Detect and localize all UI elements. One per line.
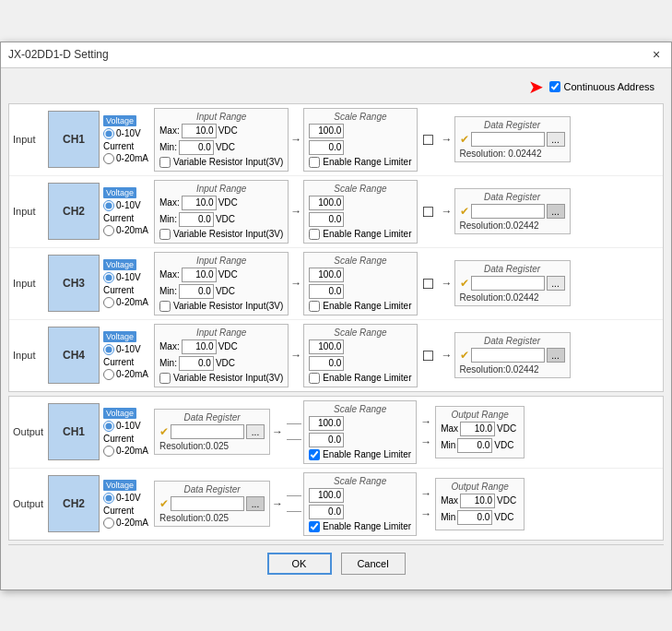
max-input-3[interactable]	[182, 268, 217, 282]
enable-range-cb-3[interactable]	[309, 301, 320, 312]
scale-min-input-2[interactable]	[309, 212, 344, 227]
out-max-row-2: Max VDC	[441, 494, 519, 508]
bottom-bar: OK Cancel	[8, 544, 664, 582]
var-resistor-cb-4[interactable]	[159, 373, 171, 384]
var-resistor-cb-1[interactable]	[159, 157, 171, 168]
var-resistor-cb-2[interactable]	[159, 229, 171, 240]
ok-button[interactable]: OK	[267, 553, 332, 575]
cancel-button[interactable]: Cancel	[341, 553, 406, 575]
close-button[interactable]: ×	[649, 47, 664, 62]
out-current-radio-2[interactable]	[103, 518, 114, 529]
box-sym-2: □	[418, 202, 440, 221]
mode-group-1: Voltage 0-10V Current 0-20mA	[103, 115, 148, 164]
out-data-reg-1: Data Register ✔ ... Resolution:0.025	[154, 409, 270, 455]
continuous-address-checkbox[interactable]	[549, 81, 560, 92]
resolution-row-1: Resolution: 0.02442	[460, 149, 565, 159]
out-output-range-2: Output Range Max VDC Min VDC	[435, 478, 525, 530]
data-reg-input-3[interactable]	[471, 276, 545, 291]
out-enable-range-cb-2[interactable]	[309, 521, 320, 532]
scale-max-input-1[interactable]	[309, 124, 344, 138]
out-min-row-1: Min VDC	[441, 438, 519, 453]
enable-range-row-1: Enable Range Limiter	[309, 157, 411, 168]
out-arrows-1: →	[270, 416, 303, 447]
dots-btn-3[interactable]: ...	[547, 276, 565, 291]
out-dots-btn-2[interactable]: ...	[246, 496, 265, 511]
min-row-1: Min: VDC	[159, 140, 283, 155]
input-ch2-row: Input CH2 Voltage 0-10V Current 0-20mA I…	[9, 176, 663, 248]
current-radio-4[interactable]	[103, 369, 114, 380]
voltage-row-1: Voltage	[103, 115, 148, 126]
out-max-input-1[interactable]	[460, 422, 495, 436]
voltage-radio-3[interactable]	[103, 272, 114, 283]
check-icon-3: ✔	[460, 277, 469, 290]
data-reg-input-1[interactable]	[471, 132, 545, 147]
check-icon-1: ✔	[460, 133, 469, 146]
input-label-1: Input	[13, 134, 48, 145]
out-min-input-1[interactable]	[457, 438, 492, 453]
ch4-box: CH4	[48, 327, 100, 384]
scale-max-input-2[interactable]	[309, 196, 344, 210]
output-label-2: Output	[13, 498, 48, 509]
box-sym-3: □	[418, 274, 440, 293]
input-label-2: Input	[13, 206, 48, 217]
out-enable-range-cb-1[interactable]	[309, 449, 320, 460]
output-ch2-row: Output CH2 Voltage 0-10V Current 0-20mA …	[9, 469, 663, 540]
var-resistor-cb-3[interactable]	[159, 301, 171, 312]
voltage-radio-1[interactable]	[103, 128, 114, 139]
scale-min-input-1[interactable]	[309, 140, 344, 155]
dots-btn-2[interactable]: ...	[547, 204, 565, 219]
out-arrows-2: →	[270, 488, 303, 519]
scale-min-input-3[interactable]	[309, 284, 344, 299]
out-mid-arrows-2: → →	[419, 487, 433, 520]
out-voltage-radio-2[interactable]	[103, 493, 114, 504]
data-reg-input-2[interactable]	[471, 204, 545, 219]
output-section: Output CH1 Voltage 0-10V Current 0-20mA …	[8, 396, 664, 541]
ch2-box: CH2	[48, 183, 100, 240]
out-min-input-2[interactable]	[457, 510, 492, 525]
scale-max-input-3[interactable]	[309, 268, 344, 282]
min-input-2[interactable]	[179, 212, 214, 227]
out-voltage-radio-1[interactable]	[103, 421, 114, 432]
data-reg-input-4[interactable]	[471, 348, 545, 363]
continuous-address-label[interactable]: Continuous Address	[549, 81, 654, 92]
current-radio-3[interactable]	[103, 297, 114, 308]
current-radio-2[interactable]	[103, 225, 114, 236]
out-scale-min-input-1[interactable]	[309, 433, 344, 447]
data-register-3: Data Register ✔ ... Resolution:0.02442	[454, 260, 571, 306]
out-scale-min-input-2[interactable]	[309, 505, 344, 519]
current-row-1: Current	[103, 141, 148, 151]
out-scale-max-input-2[interactable]	[309, 488, 344, 503]
scale-min-input-4[interactable]	[309, 356, 344, 371]
dots-btn-4[interactable]: ...	[547, 348, 565, 363]
dots-btn-1[interactable]: ...	[547, 132, 565, 147]
voltage-radio-4[interactable]	[103, 344, 114, 355]
out-mid-arrows-1: → →	[419, 415, 433, 448]
min-input-3[interactable]	[179, 284, 214, 299]
top-bar: ➤ Continuous Address	[8, 76, 664, 98]
input-ch4-row: Input CH4 Voltage 0-10V Current 0-20mA I…	[9, 320, 663, 391]
input-range-4: Input Range Max:VDC Min:VDC Variable Res…	[154, 324, 289, 387]
max-input-1[interactable]	[182, 124, 217, 138]
mode-group-3: Voltage 0-10V Current 0-20mA	[103, 259, 148, 308]
max-input-2[interactable]	[182, 196, 217, 210]
input-ch1-row: Input CH1 Voltage 0-10V Current	[9, 104, 663, 176]
radio-voltage-row-1: 0-10V	[103, 128, 148, 139]
out-output-range-1: Output Range Max VDC Min VDC	[435, 406, 525, 458]
out-current-radio-1[interactable]	[103, 446, 114, 457]
out-data-reg-input-2[interactable]	[171, 496, 244, 511]
out-data-reg-input-1[interactable]	[171, 424, 244, 439]
out-scale-max-input-1[interactable]	[309, 416, 344, 431]
out-min-row-2: Min VDC	[441, 510, 519, 525]
scale-max-input-4[interactable]	[309, 339, 344, 354]
min-input-1[interactable]	[179, 140, 214, 155]
enable-range-cb-1[interactable]	[309, 157, 320, 168]
out-dots-btn-1[interactable]: ...	[246, 424, 265, 439]
enable-range-cb-4[interactable]	[309, 373, 320, 384]
enable-range-cb-2[interactable]	[309, 229, 320, 240]
min-input-4[interactable]	[179, 356, 214, 371]
current-radio-1[interactable]	[103, 153, 114, 164]
voltage-radio-2[interactable]	[103, 200, 114, 211]
out-mode-group-1: Voltage 0-10V Current 0-20mA	[103, 408, 148, 457]
out-max-input-2[interactable]	[460, 494, 495, 508]
max-input-4[interactable]	[182, 339, 217, 354]
